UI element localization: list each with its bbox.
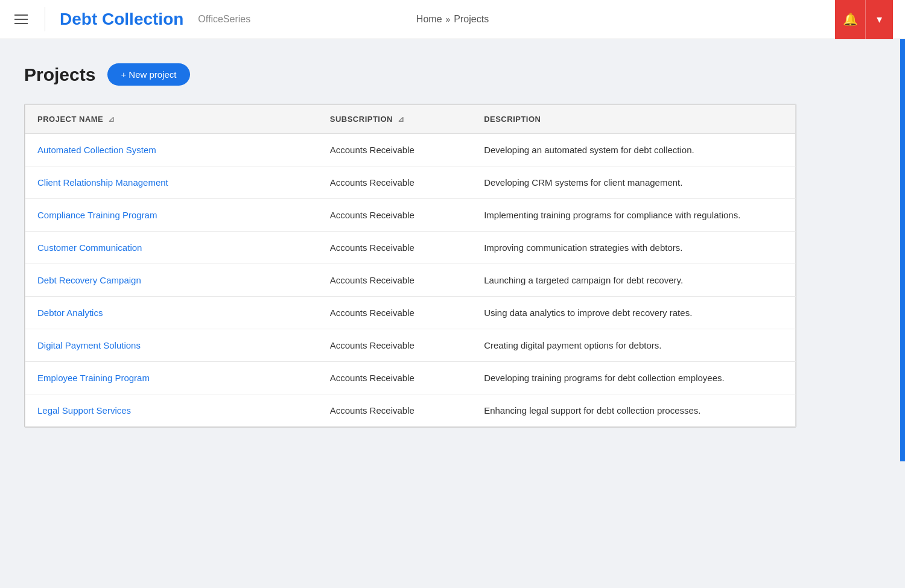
table-cell-project-name: Compliance Training Program (25, 199, 318, 232)
table-cell-subscription: Accounts Receivable (318, 394, 472, 427)
table-row: Debt Recovery CampaignAccounts Receivabl… (25, 264, 796, 297)
table-cell-project-name: Debtor Analytics (25, 297, 318, 329)
table-cell-subscription: Accounts Receivable (318, 232, 472, 264)
table-cell-project-name: Customer Communication (25, 232, 318, 264)
table-cell-project-name: Digital Payment Solutions (25, 329, 318, 362)
header-actions: 🔔 ▾ (835, 0, 893, 39)
project-name-link[interactable]: Debt Recovery Campaign (37, 275, 141, 285)
breadcrumb-separator: » (446, 14, 451, 24)
table-cell-description: Implementing training programs for compl… (472, 199, 795, 232)
table-row: Legal Support ServicesAccounts Receivabl… (25, 394, 796, 427)
project-name-link[interactable]: Automated Collection System (37, 145, 156, 155)
table-cell-description: Improving communication strategies with … (472, 232, 795, 264)
table-cell-subscription: Accounts Receivable (318, 362, 472, 394)
table-cell-description: Using data analytics to improve debt rec… (472, 297, 795, 329)
table-cell-subscription: Accounts Receivable (318, 329, 472, 362)
page-title: Projects (24, 65, 95, 85)
project-name-link[interactable]: Digital Payment Solutions (37, 340, 141, 350)
header-left: Debt Collection OfficeSeries (12, 7, 250, 31)
table-cell-project-name: Legal Support Services (25, 394, 318, 427)
project-name-link[interactable]: Client Relationship Management (37, 177, 168, 188)
table-cell-description: Creating digital payment options for deb… (472, 329, 795, 362)
table-cell-description: Developing an automated system for debt … (472, 134, 795, 166)
table-header-row: PROJECT NAME ⊿ SUBSCRIPTION ⊿ DESCRIPTIO… (25, 105, 796, 134)
table-cell-description: Launching a targeted campaign for debt r… (472, 264, 795, 297)
table-cell-project-name: Employee Training Program (25, 362, 318, 394)
project-name-link[interactable]: Customer Communication (37, 242, 142, 253)
table-row: Customer CommunicationAccounts Receivabl… (25, 232, 796, 264)
main-content: Projects + New project PROJECT NAME ⊿ SU… (0, 39, 905, 452)
new-project-button[interactable]: + New project (107, 63, 189, 86)
breadcrumb: Home » Projects (416, 14, 489, 25)
table-cell-subscription: Accounts Receivable (318, 199, 472, 232)
project-name-filter-icon[interactable]: ⊿ (108, 115, 115, 124)
table-cell-subscription: Accounts Receivable (318, 264, 472, 297)
app-title: Debt Collection (60, 10, 183, 29)
table-cell-project-name: Automated Collection System (25, 134, 318, 166)
table-row: Client Relationship ManagementAccounts R… (25, 166, 796, 199)
subscription-filter-icon[interactable]: ⊿ (398, 115, 405, 124)
header: Debt Collection OfficeSeries Home » Proj… (0, 0, 905, 39)
project-name-link[interactable]: Debtor Analytics (37, 308, 103, 318)
hamburger-menu[interactable] (12, 12, 30, 27)
col-header-subscription: SUBSCRIPTION ⊿ (318, 105, 472, 134)
projects-table: PROJECT NAME ⊿ SUBSCRIPTION ⊿ DESCRIPTIO… (25, 104, 796, 427)
table-cell-subscription: Accounts Receivable (318, 134, 472, 166)
table-cell-description: Enhancing legal support for debt collect… (472, 394, 795, 427)
table-row: Automated Collection SystemAccounts Rece… (25, 134, 796, 166)
table-cell-description: Developing training programs for debt co… (472, 362, 795, 394)
col-header-description: DESCRIPTION (472, 105, 795, 134)
col-header-project-name: PROJECT NAME ⊿ (25, 105, 318, 134)
table-cell-subscription: Accounts Receivable (318, 297, 472, 329)
page-header: Projects + New project (24, 63, 881, 86)
table-row: Compliance Training ProgramAccounts Rece… (25, 199, 796, 232)
project-name-link[interactable]: Legal Support Services (37, 405, 131, 416)
projects-table-wrapper: PROJECT NAME ⊿ SUBSCRIPTION ⊿ DESCRIPTIO… (24, 104, 796, 428)
bell-icon: 🔔 (843, 12, 858, 27)
app-subtitle: OfficeSeries (198, 14, 250, 25)
project-name-link[interactable]: Compliance Training Program (37, 210, 157, 220)
table-cell-description: Developing CRM systems for client manage… (472, 166, 795, 199)
table-cell-subscription: Accounts Receivable (318, 166, 472, 199)
table-cell-project-name: Client Relationship Management (25, 166, 318, 199)
header-dropdown-button[interactable]: ▾ (865, 0, 893, 39)
table-row: Debtor AnalyticsAccounts ReceivableUsing… (25, 297, 796, 329)
header-divider (45, 7, 45, 31)
chevron-down-icon: ▾ (877, 13, 882, 26)
project-name-link[interactable]: Employee Training Program (37, 373, 150, 383)
table-row: Digital Payment SolutionsAccounts Receiv… (25, 329, 796, 362)
table-cell-project-name: Debt Recovery Campaign (25, 264, 318, 297)
table-row: Employee Training ProgramAccounts Receiv… (25, 362, 796, 394)
nav-home-link[interactable]: Home (416, 14, 442, 25)
notification-bell-button[interactable]: 🔔 (835, 0, 865, 39)
nav-current-page: Projects (454, 14, 489, 25)
